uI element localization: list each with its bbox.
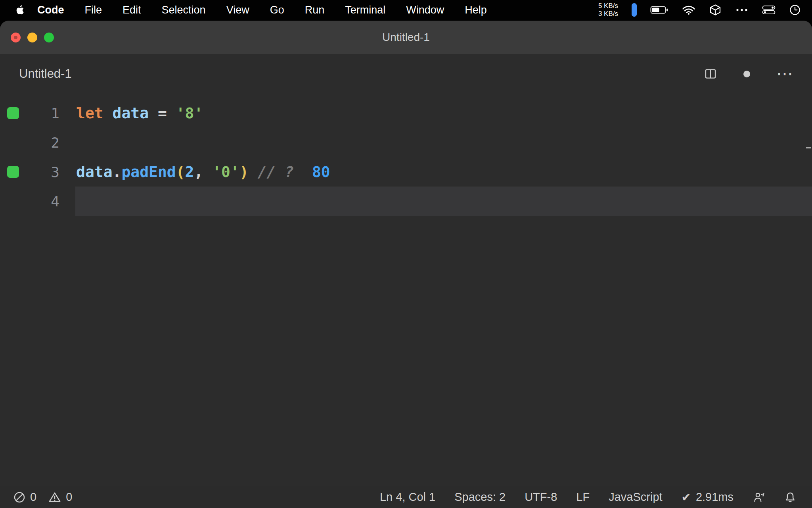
warnings-status[interactable]: 0 [48, 491, 72, 504]
menu-item-go[interactable]: Go [260, 4, 295, 16]
code-editor[interactable]: 1 let data = '8' 2 3 data.padEnd(2, '0')… [0, 94, 812, 486]
encoding-status[interactable]: UTF-8 [525, 491, 557, 504]
token-operator: . [113, 163, 122, 181]
apple-menu-icon[interactable] [15, 4, 25, 16]
menu-item-edit[interactable]: Edit [112, 4, 151, 16]
editor-tab-title: Untitled-1 [19, 67, 72, 81]
window-controls [11, 21, 54, 54]
editor-header: Untitled-1 ⋯ [0, 54, 812, 94]
token-keyword: let [76, 104, 103, 122]
token-function: padEnd [121, 163, 176, 181]
token-variable: data [113, 104, 149, 122]
line-number-3: 3 [28, 164, 59, 180]
vscode-window: Untitled-1 Untitled-1 ⋯ 1 let data = '8' [0, 21, 812, 508]
status-bar: 0 0 Ln 4, Col 1 Spaces: 2 UTF-8 LF JavaS… [0, 486, 812, 508]
code-line-1[interactable]: 1 let data = '8' [0, 98, 812, 128]
battery-icon[interactable] [650, 5, 668, 15]
close-button[interactable] [11, 33, 21, 42]
unsaved-changes-dot-icon[interactable] [743, 71, 750, 77]
macos-menubar: Code File Edit Selection View Go Run Ter… [0, 0, 812, 20]
error-count: 0 [30, 491, 36, 504]
token-bracket: ( [176, 163, 185, 181]
window-titlebar[interactable]: Untitled-1 [0, 21, 812, 54]
code-line-2[interactable]: 2 [0, 128, 812, 157]
minimize-button[interactable] [27, 33, 37, 42]
quokka-coverage-icon [7, 107, 19, 119]
quokka-status[interactable]: ✔ 2.91ms [682, 491, 733, 504]
code-line-3[interactable]: 3 data.padEnd(2, '0') // ? 80 [0, 157, 812, 187]
menu-item-code[interactable]: Code [37, 4, 75, 16]
token-space [294, 163, 312, 181]
network-monitor-icon[interactable] [632, 3, 637, 17]
overview-ruler-mark [806, 147, 811, 148]
notifications-bell-icon[interactable] [784, 491, 796, 503]
menu-item-view[interactable]: View [216, 4, 260, 16]
control-center-icon[interactable] [762, 5, 776, 15]
feedback-icon[interactable] [753, 491, 765, 503]
menu-item-terminal[interactable]: Terminal [335, 4, 396, 16]
errors-status[interactable]: 0 [13, 491, 36, 504]
gutter-line-3 [0, 166, 28, 178]
warning-count: 0 [66, 491, 72, 504]
line-number-4: 4 [28, 193, 59, 210]
menu-item-help[interactable]: Help [454, 4, 497, 16]
clock-icon[interactable] [789, 4, 801, 16]
menu-item-window[interactable]: Window [396, 4, 454, 16]
cursor-position-status[interactable]: Ln 4, Col 1 [380, 491, 435, 504]
eol-status[interactable]: LF [576, 491, 590, 504]
quokka-coverage-icon [7, 166, 19, 178]
menu-item-file[interactable]: File [75, 4, 113, 16]
quokka-time: 2.91ms [696, 491, 733, 504]
token-number: 2 [185, 163, 194, 181]
line-number-2: 2 [28, 135, 59, 151]
quokka-inline-value: 80 [312, 163, 330, 181]
code-text-line-3: data.padEnd(2, '0') // ? 80 [76, 163, 330, 181]
token-space [103, 104, 113, 122]
network-speed-indicator[interactable]: 5 KB/s 3 KB/s [598, 2, 618, 18]
line-number-1: 1 [28, 105, 59, 121]
zoom-button[interactable] [44, 33, 54, 42]
cube-app-icon[interactable] [709, 4, 722, 16]
token-quokka-comment: // ? [258, 163, 294, 181]
check-icon: ✔ [682, 491, 691, 504]
token-space [249, 163, 258, 181]
network-download-speed: 3 KB/s [598, 10, 618, 18]
token-operator: = [149, 104, 176, 122]
menu-item-selection[interactable]: Selection [151, 4, 216, 16]
indentation-status[interactable]: Spaces: 2 [454, 491, 506, 504]
more-actions-icon[interactable]: ⋯ [776, 70, 794, 78]
split-editor-icon[interactable] [704, 67, 717, 81]
token-string: '0' [212, 163, 239, 181]
token-bracket: ) [239, 163, 249, 181]
code-text-line-1: let data = '8' [76, 104, 203, 122]
menu-item-run[interactable]: Run [295, 4, 335, 16]
gutter-line-1 [0, 107, 28, 119]
token-string: '8' [176, 104, 203, 122]
wifi-icon[interactable] [682, 5, 695, 15]
token-variable: data [76, 163, 113, 181]
window-title: Untitled-1 [382, 31, 430, 44]
more-menu-icon[interactable] [735, 8, 749, 12]
token-operator: , [194, 163, 212, 181]
network-upload-speed: 5 KB/s [598, 2, 618, 10]
language-mode-status[interactable]: JavaScript [609, 491, 662, 504]
code-line-4-current[interactable]: 4 [0, 187, 812, 216]
